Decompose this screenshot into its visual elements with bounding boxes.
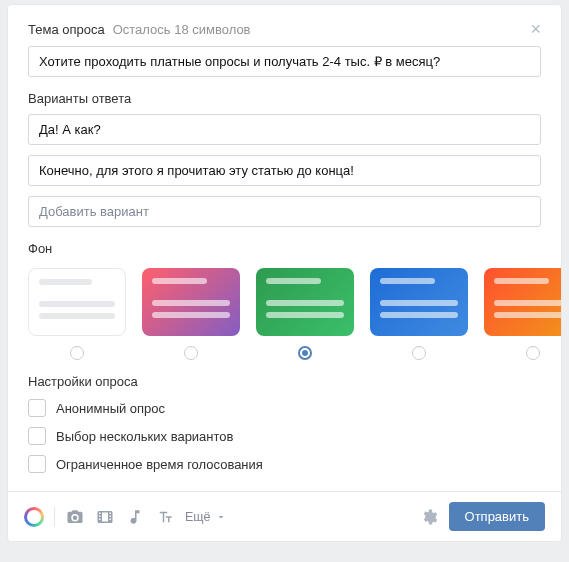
bg-radio[interactable] [298, 346, 312, 360]
separator [54, 507, 55, 527]
topic-header: Тема опроса Осталось 18 символов × [28, 20, 541, 38]
bg-radio[interactable] [412, 346, 426, 360]
answer-input[interactable] [28, 114, 541, 145]
chevron-down-icon [215, 511, 227, 523]
panel-body: Тема опроса Осталось 18 символов × Вариа… [8, 5, 561, 487]
settings-section: Настройки опроса Анонимный опрос Выбор н… [28, 374, 541, 473]
topic-remaining: Осталось 18 символов [113, 22, 251, 37]
add-answer-input[interactable] [28, 196, 541, 227]
answers-label: Варианты ответа [28, 91, 131, 106]
poll-editor-panel: Тема опроса Осталось 18 символов × Вариа… [7, 4, 562, 542]
bg-option-orange[interactable] [484, 268, 561, 336]
bg-option-white[interactable] [28, 268, 126, 336]
checkbox[interactable] [28, 427, 46, 445]
answer-input[interactable] [28, 155, 541, 186]
camera-icon[interactable] [65, 507, 85, 527]
setting-label: Ограниченное время голосования [56, 457, 263, 472]
bg-radio[interactable] [70, 346, 84, 360]
checkbox[interactable] [28, 455, 46, 473]
topic-input[interactable] [28, 46, 541, 77]
gear-icon[interactable] [419, 507, 439, 527]
bg-radio[interactable] [526, 346, 540, 360]
bg-option-green[interactable] [256, 268, 354, 336]
topic-label: Тема опроса [28, 22, 105, 37]
bg-option-blue[interactable] [370, 268, 468, 336]
answers-header: Варианты ответа [28, 91, 541, 106]
setting-item[interactable]: Ограниченное время голосования [28, 455, 541, 473]
setting-item[interactable]: Выбор нескольких вариантов [28, 427, 541, 445]
more-label: Ещё [185, 510, 211, 524]
settings-label: Настройки опроса [28, 374, 138, 389]
submit-button[interactable]: Отправить [449, 502, 545, 531]
bg-option-pink-purple[interactable] [142, 268, 240, 336]
background-label: Фон [28, 241, 52, 256]
answers-list [28, 114, 541, 237]
text-format-icon[interactable] [155, 507, 175, 527]
setting-item[interactable]: Анонимный опрос [28, 399, 541, 417]
setting-label: Анонимный опрос [56, 401, 165, 416]
more-button[interactable]: Ещё [185, 510, 227, 524]
video-icon[interactable] [95, 507, 115, 527]
bg-radio[interactable] [184, 346, 198, 360]
background-section: Фон [28, 241, 541, 360]
background-options [28, 264, 561, 360]
close-icon[interactable]: × [530, 20, 541, 38]
checkbox[interactable] [28, 399, 46, 417]
palette-icon[interactable] [24, 507, 44, 527]
setting-label: Выбор нескольких вариантов [56, 429, 233, 444]
music-icon[interactable] [125, 507, 145, 527]
footer: Ещё Отправить [8, 491, 561, 541]
